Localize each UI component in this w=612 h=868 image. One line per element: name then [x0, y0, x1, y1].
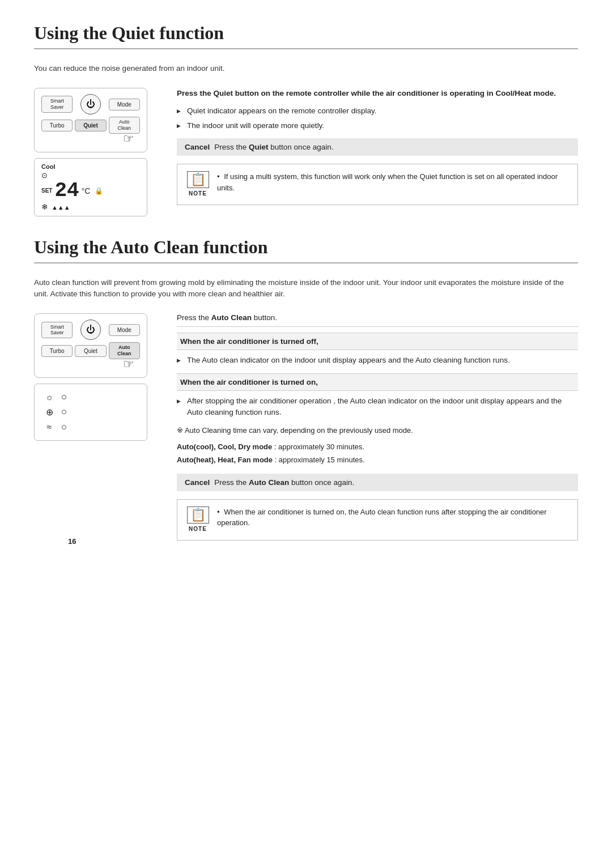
ac-note-icon-col: 📋 NOTE [185, 507, 210, 533]
auto-clean-right-col: Press the Auto Clean button. When the ai… [177, 313, 578, 540]
quiet-cancel-text-2: button once again. [269, 143, 334, 151]
ac-dot-3 [62, 425, 66, 429]
fan-icon: ❄ [41, 202, 48, 211]
auto-clean-section: Using the Auto Clean function Auto clean… [34, 237, 578, 541]
ac-row-1: ☼ [42, 390, 139, 405]
quiet-instruction-title: Press the Quiet button on the remote con… [177, 88, 578, 99]
turbo-btn: Turbo [41, 120, 73, 131]
cool-label: Cool [41, 163, 140, 170]
auto-clean-section-intro: Auto clean function will prevent from gr… [34, 277, 578, 300]
page-number: 16 [68, 537, 612, 546]
ac-note-text: • When the air conditioner is turned on,… [217, 507, 570, 529]
lock-icon: 🔒 [95, 187, 103, 195]
quiet-bullet-2: The indoor unit will operate more quietl… [177, 120, 578, 131]
mode-times: Auto(cool), Cool, Dry mode : approximate… [177, 440, 578, 467]
smart-saver-btn: Smart Saver [41, 96, 73, 113]
when-on-bullets: After stopping the air conditioner opera… [177, 395, 578, 419]
when-on-bullet: After stopping the air conditioner opera… [177, 395, 578, 419]
quiet-bullet-1: Quiet indicator appears on the remote co… [177, 105, 578, 117]
quiet-bullets: Quiet indicator appears on the remote co… [177, 105, 578, 132]
temp-value: 24 [54, 181, 79, 201]
signal-icon: ▲▲▲ [52, 204, 70, 211]
quiet-note-icon-col: 📋 NOTE [185, 171, 210, 198]
sun-icon: ☼ [42, 392, 56, 402]
when-on-heading: When the air conditioner is turned on, [177, 373, 578, 391]
ac-cancel-text-1: Press the [214, 478, 249, 487]
ac-auto-clean-btn: AutoClean [109, 342, 140, 359]
ac-cancel-label: Cancel [185, 478, 210, 487]
asterisk-note: ※ Auto Cleaning time can vary, depending… [177, 425, 578, 437]
quiet-content-row: Smart Saver ⏻ Mode Turbo Quiet AutoClean… [34, 88, 578, 216]
quiet-section-intro: You can reduce the noise generated from … [34, 63, 578, 74]
ac-note-box: 📋 NOTE • When the air conditioner is tur… [177, 499, 578, 541]
ac-row-2: ⊕ [42, 405, 139, 420]
ac-turbo-btn: Turbo [41, 345, 73, 357]
ac-remote-top-row: Smart Saver ⏻ Mode [41, 320, 140, 340]
mode-heat-text: : approximately 15 minutes. [273, 456, 365, 464]
ac-power-btn: ⏻ [80, 320, 101, 340]
quiet-cancel-text: Press the Quiet button once again. [214, 143, 333, 151]
quiet-left-col: Smart Saver ⏻ Mode Turbo Quiet AutoClean… [34, 88, 159, 216]
quiet-cancel-box: Cancel Press the Quiet button once again… [177, 138, 578, 156]
auto-clean-section-title: Using the Auto Clean function [34, 237, 578, 263]
auto-clean-left-col: Smart Saver ⏻ Mode Turbo Quiet AutoClean… [34, 313, 159, 441]
temp-row: SET 24 °C 🔒 [41, 181, 140, 201]
ac-cancel-box: Cancel Press the Auto Clean button once … [177, 474, 578, 491]
mode-cool-bold: Auto(cool), Cool, Dry mode [177, 442, 272, 451]
quiet-remote-box: Smart Saver ⏻ Mode Turbo Quiet AutoClean… [34, 88, 147, 152]
quiet-note-text: • If using a multi system, this function… [217, 171, 570, 193]
quiet-note-label: NOTE [189, 189, 207, 198]
quiet-cancel-text-1: Press the [214, 143, 249, 151]
auto-clean-content-row: Smart Saver ⏻ Mode Turbo Quiet AutoClean… [34, 313, 578, 540]
quiet-instruction-title-bold: Press the Quiet button on the remote con… [177, 89, 556, 97]
quiet-display-panel: Cool ⊙ SET 24 °C 🔒 ❄ ▲▲▲ [34, 158, 147, 216]
ac-cancel-text-2: button once again. [289, 478, 354, 487]
press-auto-clean-bold: Auto Clean [211, 313, 252, 322]
mode-heat-bold: Auto(heat), Heat, Fan mode [177, 456, 273, 464]
mode-heat-line: Auto(heat), Heat, Fan mode : approximate… [177, 453, 578, 466]
ac-dot-2 [62, 410, 66, 414]
mode-cool-text: : approximately 30 minutes. [272, 442, 364, 451]
when-off-bullets: The Auto clean indicator on the indoor u… [177, 355, 578, 366]
ac-note-label: NOTE [189, 525, 207, 533]
ac-smart-saver-btn: Smart Saver [41, 322, 73, 339]
ac-cancel-text: Press the Auto Clean button once again. [214, 478, 354, 487]
when-off-bullet: The Auto clean indicator on the indoor u… [177, 355, 578, 366]
quiet-note-content: If using a multi system, this function w… [217, 172, 558, 192]
press-auto-clean-text: Press the Auto Clean button. [177, 313, 578, 327]
wave-icon: ≈ [42, 422, 56, 432]
ac-remote-bottom-row: Turbo Quiet AutoClean [41, 342, 140, 359]
ac-note-icon: 📋 [187, 507, 209, 524]
ac-row-3: ≈ [42, 420, 139, 435]
ac-cancel-bold: Auto Clean [249, 478, 289, 487]
mode-cool-line: Auto(cool), Cool, Dry mode : approximate… [177, 440, 578, 453]
set-label: SET [41, 188, 52, 194]
when-off-heading: When the air conditioner is turned off, [177, 333, 578, 350]
quiet-cancel-label: Cancel [185, 143, 210, 151]
clock-icon: ⊕ [42, 407, 56, 418]
display-icons-row: ❄ ▲▲▲ [41, 202, 140, 211]
quiet-right-col: Press the Quiet button on the remote con… [177, 88, 578, 205]
quiet-note-box: 📋 NOTE • If using a multi system, this f… [177, 164, 578, 205]
quiet-cancel-bold: Quiet [249, 143, 269, 151]
ac-quiet-btn: Quiet [75, 345, 106, 357]
power-btn: ⏻ [80, 94, 101, 114]
mode-btn: Mode [109, 99, 140, 110]
note-icon: 📋 [187, 171, 209, 188]
ac-note-content: When the air conditioner is turned on, t… [217, 508, 547, 527]
quiet-btn: Quiet [75, 120, 106, 131]
quiet-section-title: Using the Quiet function [34, 23, 578, 49]
ac-display-panel: ☼ ⊕ ≈ [34, 384, 147, 441]
remote-top-row: Smart Saver ⏻ Mode [41, 94, 140, 114]
ac-mode-btn: Mode [109, 324, 140, 336]
temp-unit: °C [82, 186, 91, 195]
quiet-function-section: Using the Quiet function You can reduce … [34, 23, 578, 216]
ac-dot-1 [62, 395, 66, 399]
auto-clean-remote-box: Smart Saver ⏻ Mode Turbo Quiet AutoClean… [34, 313, 147, 378]
